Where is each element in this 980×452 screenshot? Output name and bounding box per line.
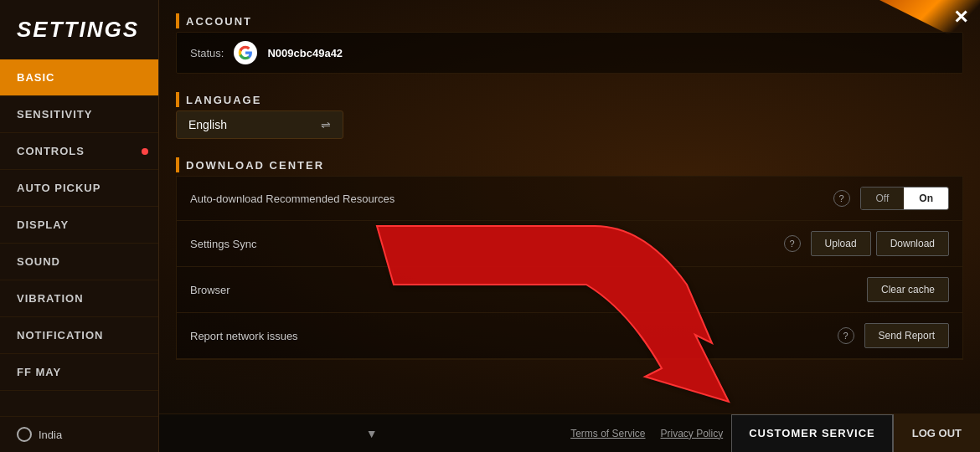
google-logo xyxy=(234,41,257,64)
footer-chevron: ▼ xyxy=(173,427,570,440)
region-label: India xyxy=(39,429,62,441)
download-center-title: DOWNLOAD CENTER xyxy=(186,159,324,172)
download-button[interactable]: Download xyxy=(876,231,949,256)
clear-cache-button[interactable]: Clear cache xyxy=(867,277,949,302)
auto-download-help-icon[interactable]: ? xyxy=(833,190,850,207)
download-center-section: DOWNLOAD CENTER Auto-download Recommende… xyxy=(176,157,963,360)
auto-download-row: Auto-download Recommended Resources ? Of… xyxy=(177,177,962,221)
logout-button[interactable]: LOG OUT xyxy=(893,414,980,453)
browser-label: Browser xyxy=(190,284,867,296)
close-button[interactable]: ✕ xyxy=(953,8,968,27)
report-network-row: Report network issues ? Send Report xyxy=(177,313,962,359)
sidebar-item-vibration[interactable]: VIBRATION xyxy=(0,280,158,317)
account-section-header: ACCOUNT xyxy=(176,13,963,28)
language-dropdown[interactable]: English ⇌ xyxy=(176,110,343,139)
main-content: ACCOUNT Status: N009cbc49a42 xyxy=(159,0,980,382)
sidebar-item-auto-pickup[interactable]: AUTO PICKUP xyxy=(0,170,158,207)
chevron-down-icon: ▼ xyxy=(366,427,378,440)
sidebar-item-sensitivity[interactable]: SENSITIVITY xyxy=(0,96,158,133)
download-center-rows: Auto-download Recommended Resources ? Of… xyxy=(176,176,963,360)
upload-button[interactable]: Upload xyxy=(811,231,871,256)
settings-sync-label: Settings Sync xyxy=(190,238,784,250)
auto-download-off-btn[interactable]: Off xyxy=(861,187,905,209)
settings-title: SETTINGS xyxy=(0,8,158,59)
settings-container: SETTINGS BASIC SENSITIVITY CONTROLS AUTO… xyxy=(0,0,980,452)
sidebar-item-notification[interactable]: NOTIFICATION xyxy=(0,317,158,354)
sidebar-item-controls[interactable]: CONTROLS xyxy=(0,133,158,170)
language-section-header: LANGUAGE xyxy=(176,92,963,107)
account-title: ACCOUNT xyxy=(186,15,252,28)
footer: ▼ Terms of Service Privacy Policy CUSTOM… xyxy=(159,413,980,452)
sidebar: SETTINGS BASIC SENSITIVITY CONTROLS AUTO… xyxy=(0,0,159,452)
terms-of-service-link[interactable]: Terms of Service xyxy=(570,428,645,439)
language-header-bar xyxy=(176,92,179,107)
auto-download-on-btn[interactable]: On xyxy=(904,187,948,209)
send-report-button[interactable]: Send Report xyxy=(864,323,949,348)
auto-download-label: Auto-download Recommended Resources xyxy=(190,193,833,205)
main-content-area: ACCOUNT Status: N009cbc49a42 xyxy=(159,0,980,452)
account-section: ACCOUNT Status: N009cbc49a42 xyxy=(176,13,963,74)
notification-dot xyxy=(142,148,148,155)
sidebar-item-basic[interactable]: BASIC xyxy=(0,59,158,96)
account-id: N009cbc49a42 xyxy=(267,47,343,59)
sidebar-item-ff-may[interactable]: FF MAY xyxy=(0,354,158,391)
auto-download-toggle: Off On xyxy=(860,187,949,210)
report-network-label: Report network issues xyxy=(190,330,838,342)
settings-sync-buttons: Upload Download xyxy=(811,231,949,256)
sidebar-item-display[interactable]: DISPLAY xyxy=(0,207,158,244)
privacy-policy-link[interactable]: Privacy Policy xyxy=(660,428,723,439)
settings-sync-row: Settings Sync ? Upload Download xyxy=(177,221,962,267)
status-label: Status: xyxy=(190,47,224,59)
language-title: LANGUAGE xyxy=(186,94,261,106)
settings-sync-help-icon[interactable]: ? xyxy=(784,235,801,252)
customer-service-button[interactable]: CUSTOMER SERVICE xyxy=(731,414,893,453)
sidebar-item-sound[interactable]: SOUND xyxy=(0,244,158,280)
region-selector[interactable]: India xyxy=(0,416,158,452)
language-selected: English xyxy=(188,118,227,131)
language-arrows-icon: ⇌ xyxy=(321,118,331,131)
account-header-bar xyxy=(176,13,179,28)
footer-links: Terms of Service Privacy Policy xyxy=(570,428,723,439)
report-network-help-icon[interactable]: ? xyxy=(838,327,854,344)
download-center-bar xyxy=(176,157,179,172)
language-section: LANGUAGE English ⇌ xyxy=(176,92,963,139)
globe-icon xyxy=(17,427,32,442)
account-card: Status: N009cbc49a42 xyxy=(176,32,963,74)
download-center-header: DOWNLOAD CENTER xyxy=(176,157,963,172)
browser-row: Browser Clear cache xyxy=(177,267,962,313)
